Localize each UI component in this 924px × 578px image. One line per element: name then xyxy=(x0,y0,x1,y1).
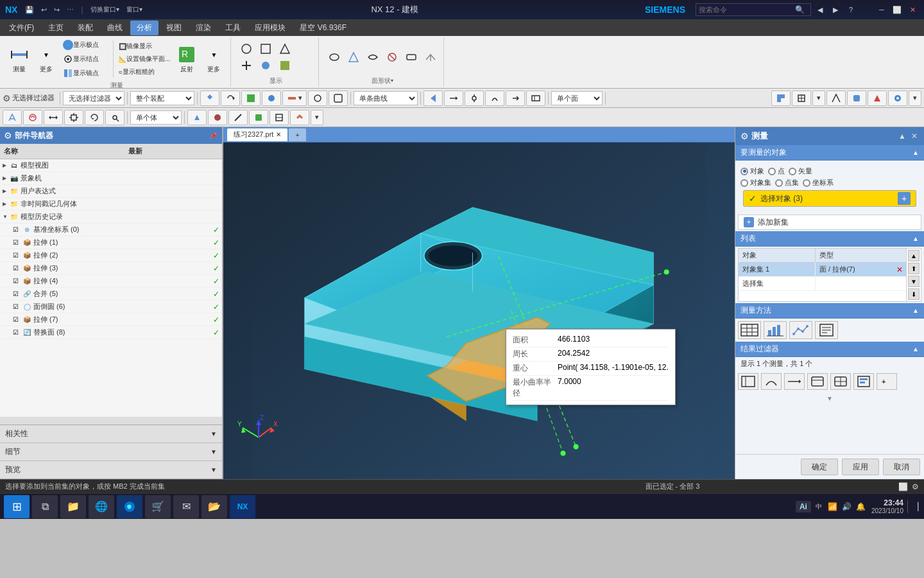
browser-btn[interactable]: 🌐 xyxy=(89,495,114,518)
view-btn7[interactable] xyxy=(888,91,907,106)
tb-btn4[interactable] xyxy=(262,91,281,106)
tb2-btn6[interactable] xyxy=(105,110,124,125)
display-btn3[interactable] xyxy=(276,41,294,57)
ribbon-btn-more2[interactable]: ▼ 更多 xyxy=(201,43,227,75)
ribbon-btn-more1[interactable]: ▼ 更多 xyxy=(33,43,59,75)
tree-scrollbar[interactable] xyxy=(0,417,222,425)
search-input[interactable] xyxy=(699,6,795,13)
ribbon-btn-setplane[interactable]: 📐 设置镜像平面... xyxy=(116,53,173,65)
tb2-right5[interactable] xyxy=(270,110,289,125)
tb-btn5[interactable]: ▾ xyxy=(282,91,307,106)
tb-move-btn[interactable] xyxy=(200,91,219,106)
shape-btn5[interactable] xyxy=(402,49,420,65)
method-icon2[interactable] xyxy=(764,321,787,339)
shape-btn3[interactable] xyxy=(364,49,382,65)
panel-section-relevance[interactable]: 相关性 ▼ xyxy=(0,425,222,443)
tab-close-btn[interactable]: ✕ xyxy=(276,131,281,138)
view-btn8[interactable]: ▾ xyxy=(909,91,921,106)
lt-top-btn[interactable]: ⬆ xyxy=(908,263,920,274)
display-btn2[interactable] xyxy=(257,41,275,57)
curve-type-select[interactable]: 单条曲线 xyxy=(354,91,418,105)
restore-btn[interactable]: ⬜ xyxy=(891,3,903,16)
menu-file[interactable]: 文件(F) xyxy=(3,21,40,35)
close-btn[interactable]: ✕ xyxy=(906,3,919,16)
radio-point[interactable]: 点 xyxy=(768,166,785,176)
ribbon-btn-shownode[interactable]: 显示结点 xyxy=(60,53,112,66)
start-btn[interactable]: ⊞ xyxy=(4,495,30,518)
nx-taskbar-btn[interactable]: NX xyxy=(230,495,255,518)
tb-btn8[interactable] xyxy=(424,91,443,106)
assembly-select[interactable]: 整个装配 xyxy=(130,91,194,105)
lt-row2[interactable]: 选择集 xyxy=(739,277,906,291)
radio-vector[interactable]: 矢量 xyxy=(789,166,812,176)
minimize-btn[interactable]: ─ xyxy=(875,3,888,16)
panel-section-details[interactable]: 细节 ▼ xyxy=(0,443,222,461)
display-btn1[interactable] xyxy=(237,41,255,57)
tree-item-coord[interactable]: ☑ ⊕ 基准坐标系 (0) ✓ xyxy=(0,223,222,236)
shape-btn2[interactable] xyxy=(345,49,363,65)
gear-icon[interactable]: ⚙ xyxy=(4,130,12,141)
menu-render[interactable]: 渲染 xyxy=(189,21,218,35)
apply-btn[interactable]: 应用 xyxy=(842,459,879,475)
ribbon-btn-measure[interactable]: 测量 xyxy=(6,43,32,75)
tb-rotate-btn[interactable] xyxy=(221,91,240,106)
shape-btn6[interactable] xyxy=(422,49,440,65)
cancel-btn[interactable]: 取消 xyxy=(883,459,920,475)
expand-userexpr[interactable]: ▶ xyxy=(3,188,9,194)
ok-btn[interactable]: 确定 xyxy=(801,459,838,475)
tray-sound-icon[interactable]: 🔊 xyxy=(841,500,853,513)
rp-collapse-btn[interactable]: ▲ xyxy=(897,130,907,142)
menu-curve[interactable]: 曲线 xyxy=(101,21,129,35)
ribbon-btn-mirrorshow[interactable]: 🔲 镜像显示 xyxy=(116,40,173,52)
settings-icon[interactable]: ⚙ xyxy=(3,93,11,103)
add-new-set-row[interactable]: + 添加新集 xyxy=(738,215,921,230)
tree-item-extrude7[interactable]: ☑ 📦 拉伸 (7) ✓ xyxy=(0,313,222,326)
radio-objectset[interactable]: 对象集 xyxy=(740,178,771,188)
rp-section-list[interactable]: 列表 ▲ xyxy=(735,231,924,247)
result-icon4[interactable] xyxy=(807,373,828,390)
lt-row1[interactable]: 对象集 1 面 / 拉伸(7) ✕ xyxy=(739,263,906,277)
tb-btn7[interactable] xyxy=(329,91,348,106)
result-icon1[interactable] xyxy=(738,373,758,390)
view-btn1[interactable] xyxy=(771,91,791,106)
sb-settings-icon[interactable]: ⚙ xyxy=(912,482,919,491)
method-icon4[interactable] xyxy=(815,321,838,339)
view-btn5[interactable] xyxy=(847,91,866,106)
tb2-btn2[interactable] xyxy=(23,110,42,125)
taskview-btn[interactable]: ⧉ xyxy=(32,495,58,518)
view-btn3[interactable]: ▾ xyxy=(812,91,825,106)
view-btn4[interactable] xyxy=(826,91,846,106)
rp-section-method[interactable]: 测量方法 ▲ xyxy=(735,303,924,319)
lt-del-row1[interactable]: ✕ xyxy=(893,263,906,276)
filter-select[interactable]: 无选择过滤器 xyxy=(63,91,124,105)
tree-item-modelview[interactable]: ▶ 🗂 模型视图 xyxy=(0,159,222,172)
radio-pointset[interactable]: 点集 xyxy=(775,178,799,188)
display-btn6[interactable] xyxy=(276,58,294,73)
sel-add-btn[interactable]: + xyxy=(898,192,911,205)
method-icon1[interactable] xyxy=(738,321,761,339)
ribbon-btn-showrough[interactable]: ≈ 显示粗糙的 xyxy=(116,66,173,78)
menu-appmodule[interactable]: 应用模块 xyxy=(248,21,292,35)
rp-expand-section[interactable]: ▼ xyxy=(735,392,924,404)
tree-item-merge[interactable]: ☑ 🔗 合并 (5) ✓ xyxy=(0,288,222,301)
ai-label-area[interactable]: Ai xyxy=(796,501,811,512)
sb-expand-icon[interactable]: ⬜ xyxy=(898,482,908,491)
tb-btn10[interactable] xyxy=(465,91,484,106)
vp-tab-active[interactable]: 练习2327.prt ✕ xyxy=(227,128,287,141)
solid-type-select[interactable]: 单个体 xyxy=(130,110,182,125)
menu-assembly[interactable]: 装配 xyxy=(71,21,99,35)
shape-btn4[interactable] xyxy=(383,49,401,65)
lt-bottom-btn[interactable]: ⬇ xyxy=(908,288,920,300)
expand-camera[interactable]: ▶ xyxy=(3,175,9,181)
menu-starsky[interactable]: 星空 V6.936F xyxy=(293,21,353,35)
tray-lang-icon[interactable]: 中 xyxy=(812,500,825,513)
nav-prev-btn[interactable]: ◀ xyxy=(814,3,826,16)
tree-item-extrude2[interactable]: ☑ 📦 拉伸 (2) ✓ xyxy=(0,249,222,262)
tree-item-faceround[interactable]: ☑ ◯ 面倒圆 (6) ✓ xyxy=(0,301,222,313)
ribbon-btn-reflect[interactable]: R 反射 xyxy=(174,43,200,75)
edge-btn[interactable] xyxy=(117,495,142,518)
tree-item-modelhistory[interactable]: ▼ 📁 模型历史记录 xyxy=(0,211,222,223)
expand-modelhistory[interactable]: ▼ xyxy=(3,214,9,220)
rp-section-filter[interactable]: 结果过滤器 ▲ xyxy=(735,342,924,357)
tb-btn11[interactable] xyxy=(485,91,504,106)
